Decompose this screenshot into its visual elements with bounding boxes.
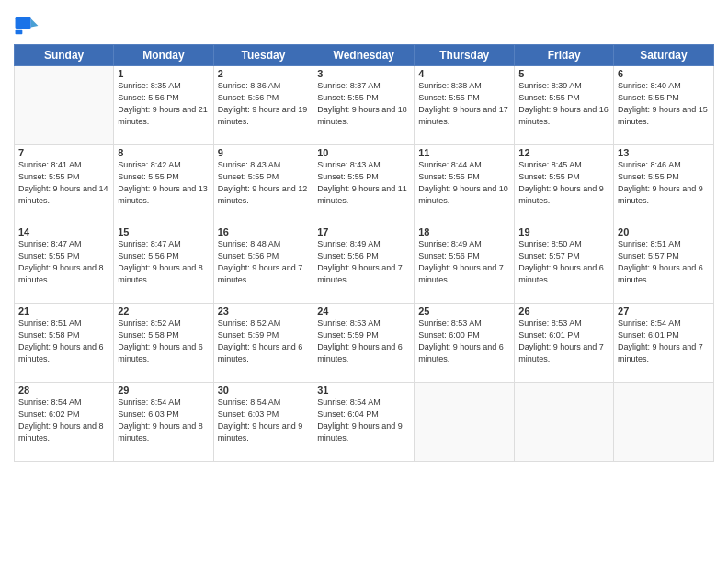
- calendar-cell: 3Sunrise: 8:37 AMSunset: 5:55 PMDaylight…: [313, 66, 415, 145]
- day-info: Sunrise: 8:41 AMSunset: 5:55 PMDaylight:…: [18, 159, 109, 207]
- day-info: Sunrise: 8:54 AMSunset: 6:03 PMDaylight:…: [118, 396, 209, 444]
- weekday-header-row: SundayMondayTuesdayWednesdayThursdayFrid…: [15, 45, 714, 66]
- day-info: Sunrise: 8:37 AMSunset: 5:55 PMDaylight:…: [317, 80, 410, 128]
- day-info: Sunrise: 8:53 AMSunset: 6:01 PMDaylight:…: [518, 317, 609, 365]
- calendar-cell: 6Sunrise: 8:40 AMSunset: 5:55 PMDaylight…: [614, 66, 714, 145]
- day-info: Sunrise: 8:44 AMSunset: 5:55 PMDaylight:…: [418, 159, 510, 207]
- calendar-cell: 4Sunrise: 8:38 AMSunset: 5:55 PMDaylight…: [415, 66, 515, 145]
- header: [14, 9, 714, 39]
- calendar-cell: 22Sunrise: 8:52 AMSunset: 5:58 PMDayligh…: [114, 304, 213, 383]
- day-number: 6: [618, 68, 710, 79]
- calendar-cell: 8Sunrise: 8:42 AMSunset: 5:55 PMDaylight…: [114, 145, 213, 224]
- weekday-header-cell: Monday: [114, 45, 213, 66]
- day-info: Sunrise: 8:49 AMSunset: 5:56 PMDaylight:…: [418, 238, 510, 286]
- day-number: 21: [18, 305, 109, 316]
- day-number: 27: [618, 305, 710, 316]
- calendar-cell: 1Sunrise: 8:35 AMSunset: 5:56 PMDaylight…: [114, 66, 213, 145]
- day-number: 18: [418, 226, 510, 237]
- day-info: Sunrise: 8:50 AMSunset: 5:57 PMDaylight:…: [518, 238, 609, 286]
- day-info: Sunrise: 8:54 AMSunset: 6:01 PMDaylight:…: [618, 317, 710, 365]
- day-info: Sunrise: 8:36 AMSunset: 5:56 PMDaylight:…: [218, 80, 310, 128]
- day-number: 12: [518, 147, 609, 158]
- day-info: Sunrise: 8:47 AMSunset: 5:56 PMDaylight:…: [118, 238, 209, 286]
- calendar-cell: 17Sunrise: 8:49 AMSunset: 5:56 PMDayligh…: [313, 224, 415, 304]
- day-info: Sunrise: 8:51 AMSunset: 5:57 PMDaylight:…: [618, 238, 710, 286]
- day-number: 24: [317, 305, 410, 316]
- day-number: 29: [118, 385, 209, 396]
- day-number: 17: [317, 226, 410, 237]
- calendar-cell: 29Sunrise: 8:54 AMSunset: 6:03 PMDayligh…: [114, 383, 213, 462]
- calendar-cell: 28Sunrise: 8:54 AMSunset: 6:02 PMDayligh…: [15, 383, 114, 462]
- svg-marker-1: [31, 18, 39, 27]
- day-number: 13: [618, 147, 710, 158]
- day-info: Sunrise: 8:54 AMSunset: 6:02 PMDaylight:…: [18, 396, 109, 444]
- day-number: 3: [317, 68, 410, 79]
- day-number: 31: [317, 385, 410, 396]
- day-info: Sunrise: 8:43 AMSunset: 5:55 PMDaylight:…: [317, 159, 410, 207]
- day-info: Sunrise: 8:54 AMSunset: 6:04 PMDaylight:…: [317, 396, 410, 444]
- svg-rect-0: [16, 17, 31, 29]
- weekday-header-cell: Saturday: [614, 45, 714, 66]
- weekday-header-cell: Wednesday: [313, 45, 415, 66]
- day-info: Sunrise: 8:54 AMSunset: 6:03 PMDaylight:…: [218, 396, 310, 444]
- day-number: 2: [218, 68, 310, 79]
- logo: [14, 13, 41, 39]
- day-number: 19: [518, 226, 609, 237]
- calendar-cell: 26Sunrise: 8:53 AMSunset: 6:01 PMDayligh…: [515, 304, 614, 383]
- calendar-cell: 7Sunrise: 8:41 AMSunset: 5:55 PMDaylight…: [15, 145, 114, 224]
- day-info: Sunrise: 8:45 AMSunset: 5:55 PMDaylight:…: [518, 159, 609, 207]
- day-info: Sunrise: 8:35 AMSunset: 5:56 PMDaylight:…: [118, 80, 209, 128]
- calendar-cell: 15Sunrise: 8:47 AMSunset: 5:56 PMDayligh…: [114, 224, 213, 304]
- day-info: Sunrise: 8:46 AMSunset: 5:55 PMDaylight:…: [618, 159, 710, 207]
- calendar-cell: 2Sunrise: 8:36 AMSunset: 5:56 PMDaylight…: [213, 66, 313, 145]
- weekday-header-cell: Sunday: [15, 45, 114, 66]
- day-info: Sunrise: 8:47 AMSunset: 5:55 PMDaylight:…: [18, 238, 109, 286]
- calendar-week-row: 21Sunrise: 8:51 AMSunset: 5:58 PMDayligh…: [15, 304, 714, 383]
- calendar-week-row: 7Sunrise: 8:41 AMSunset: 5:55 PMDaylight…: [15, 145, 714, 224]
- day-number: 28: [18, 385, 109, 396]
- weekday-header-cell: Friday: [515, 45, 614, 66]
- calendar-cell: [15, 66, 114, 145]
- day-info: Sunrise: 8:49 AMSunset: 5:56 PMDaylight:…: [317, 238, 410, 286]
- calendar-week-row: 28Sunrise: 8:54 AMSunset: 6:02 PMDayligh…: [15, 383, 714, 462]
- day-info: Sunrise: 8:42 AMSunset: 5:55 PMDaylight:…: [118, 159, 209, 207]
- day-info: Sunrise: 8:38 AMSunset: 5:55 PMDaylight:…: [418, 80, 510, 128]
- day-number: 7: [18, 147, 109, 158]
- calendar-cell: 13Sunrise: 8:46 AMSunset: 5:55 PMDayligh…: [614, 145, 714, 224]
- weekday-header-cell: Tuesday: [213, 45, 313, 66]
- calendar-cell: 14Sunrise: 8:47 AMSunset: 5:55 PMDayligh…: [15, 224, 114, 304]
- day-number: 1: [118, 68, 209, 79]
- day-info: Sunrise: 8:53 AMSunset: 6:00 PMDaylight:…: [418, 317, 510, 365]
- calendar-cell: 25Sunrise: 8:53 AMSunset: 6:00 PMDayligh…: [415, 304, 515, 383]
- calendar-cell: 21Sunrise: 8:51 AMSunset: 5:58 PMDayligh…: [15, 304, 114, 383]
- calendar-cell: 12Sunrise: 8:45 AMSunset: 5:55 PMDayligh…: [515, 145, 614, 224]
- weekday-header-cell: Thursday: [415, 45, 515, 66]
- day-number: 8: [118, 147, 209, 158]
- calendar-cell: 18Sunrise: 8:49 AMSunset: 5:56 PMDayligh…: [415, 224, 515, 304]
- logo-icon: [14, 13, 40, 39]
- calendar-cell: [515, 383, 614, 462]
- day-number: 20: [618, 226, 710, 237]
- day-info: Sunrise: 8:48 AMSunset: 5:56 PMDaylight:…: [218, 238, 310, 286]
- calendar-week-row: 14Sunrise: 8:47 AMSunset: 5:55 PMDayligh…: [15, 224, 714, 304]
- day-info: Sunrise: 8:39 AMSunset: 5:55 PMDaylight:…: [518, 80, 609, 128]
- day-number: 30: [218, 385, 310, 396]
- day-info: Sunrise: 8:53 AMSunset: 5:59 PMDaylight:…: [317, 317, 410, 365]
- day-info: Sunrise: 8:52 AMSunset: 5:59 PMDaylight:…: [218, 317, 310, 365]
- calendar-cell: 11Sunrise: 8:44 AMSunset: 5:55 PMDayligh…: [415, 145, 515, 224]
- svg-rect-2: [16, 30, 23, 35]
- calendar-cell: 20Sunrise: 8:51 AMSunset: 5:57 PMDayligh…: [614, 224, 714, 304]
- calendar-cell: 9Sunrise: 8:43 AMSunset: 5:55 PMDaylight…: [213, 145, 313, 224]
- day-info: Sunrise: 8:40 AMSunset: 5:55 PMDaylight:…: [618, 80, 710, 128]
- calendar-body: 1Sunrise: 8:35 AMSunset: 5:56 PMDaylight…: [15, 66, 714, 462]
- calendar-cell: 5Sunrise: 8:39 AMSunset: 5:55 PMDaylight…: [515, 66, 614, 145]
- calendar-cell: 31Sunrise: 8:54 AMSunset: 6:04 PMDayligh…: [313, 383, 415, 462]
- calendar-cell: [415, 383, 515, 462]
- calendar-cell: 10Sunrise: 8:43 AMSunset: 5:55 PMDayligh…: [313, 145, 415, 224]
- calendar-cell: 19Sunrise: 8:50 AMSunset: 5:57 PMDayligh…: [515, 224, 614, 304]
- calendar-table: SundayMondayTuesdayWednesdayThursdayFrid…: [14, 44, 714, 462]
- day-info: Sunrise: 8:51 AMSunset: 5:58 PMDaylight:…: [18, 317, 109, 365]
- day-number: 14: [18, 226, 109, 237]
- day-info: Sunrise: 8:43 AMSunset: 5:55 PMDaylight:…: [218, 159, 310, 207]
- calendar-cell: [614, 383, 714, 462]
